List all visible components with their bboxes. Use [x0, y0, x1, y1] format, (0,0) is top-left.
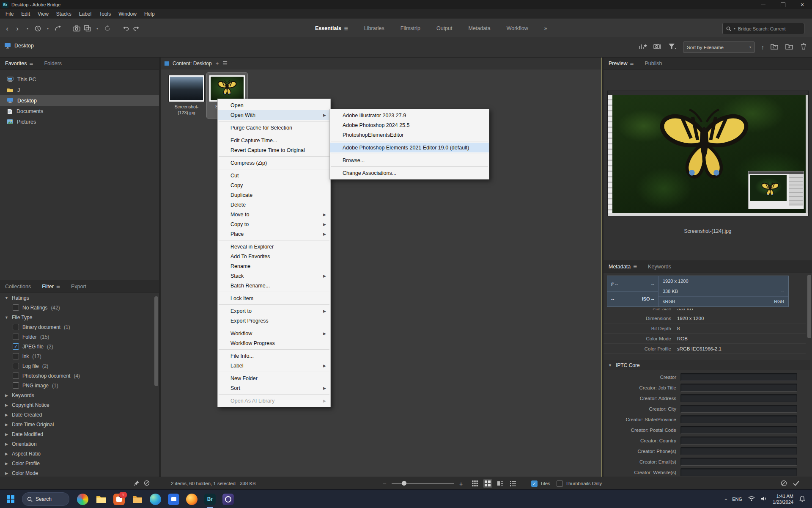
delete-trash-icon[interactable] — [800, 43, 807, 52]
creator-city-input[interactable] — [680, 405, 797, 413]
context-menu-item-duplicate[interactable]: Duplicate — [218, 190, 330, 200]
context-menu-item-lock-item[interactable]: Lock Item — [218, 293, 330, 303]
zoom-out-button[interactable]: − — [383, 480, 387, 487]
grid-view-small-icon[interactable] — [470, 479, 480, 488]
context-menu-item-place[interactable]: Place▶ — [218, 229, 330, 239]
filter-group-color-profile[interactable]: ▶Color Profile — [0, 458, 159, 468]
metadata-scrollbar[interactable] — [807, 275, 811, 338]
filter-group-copyright-notice[interactable]: ▶Copyright Notice — [0, 400, 159, 410]
thumbnails-only-checkbox[interactable] — [557, 480, 563, 487]
undo-icon[interactable] — [122, 23, 130, 34]
checkbox[interactable] — [13, 334, 19, 340]
creator-input[interactable] — [680, 373, 797, 381]
slider-knob[interactable] — [402, 481, 406, 486]
filter-group-aspect-ratio[interactable]: ▶Aspect Ratio — [0, 449, 159, 458]
camera-data-filter-icon[interactable] — [653, 43, 662, 52]
maximize-button[interactable] — [773, 0, 793, 9]
filter-group-file-type[interactable]: ▼ File Type — [0, 312, 159, 322]
filter-option-log-file[interactable]: Log file (2) — [0, 361, 159, 371]
checkbox[interactable] — [13, 373, 19, 379]
filter-group-keywords[interactable]: ▶Keywords — [0, 390, 159, 400]
refresh-icon[interactable] — [104, 23, 111, 34]
favorites-item-j[interactable]: J — [0, 85, 159, 95]
folder-shortcut-icon[interactable] — [132, 494, 143, 505]
detail-view-icon[interactable] — [496, 479, 505, 488]
photoshop-elements-icon[interactable] — [222, 494, 234, 505]
search-dropdown-icon[interactable]: ▾ — [734, 27, 735, 30]
list-view-icon[interactable] — [508, 479, 518, 488]
sort-direction-icon[interactable]: ↑ — [761, 44, 764, 51]
rating-filter-icon[interactable] — [639, 43, 647, 52]
back-button[interactable]: ‹ — [3, 23, 11, 34]
workspace-overflow-icon[interactable]: » — [544, 19, 547, 38]
menu-file[interactable]: File — [2, 9, 17, 19]
open-with-photoshop-elements-2021-default[interactable]: Adobe Photoshop Elements 2021 Editor 19.… — [330, 143, 489, 152]
minimize-button[interactable] — [754, 0, 773, 9]
context-menu-item-sort[interactable]: Sort▶ — [218, 383, 330, 393]
filter-scrollbar[interactable] — [154, 296, 158, 386]
tab-export[interactable]: Export — [71, 284, 86, 290]
sort-select[interactable]: Sort by Filename ▾ — [683, 41, 755, 53]
tab-filter[interactable]: Filter ☰ — [42, 284, 60, 290]
zoom-in-button[interactable]: + — [459, 480, 463, 487]
workspace-options-icon[interactable]: ☰ — [344, 26, 348, 31]
filter-group-date-created[interactable]: ▶Date Created — [0, 410, 159, 420]
language-indicator[interactable]: ENG — [732, 497, 742, 502]
creator-job-title-input[interactable] — [680, 384, 797, 392]
start-button[interactable] — [7, 495, 14, 503]
content-panel-menu-icon[interactable]: ☰ — [222, 60, 228, 66]
filter-option-binary-document[interactable]: Binary document (1) — [0, 322, 159, 332]
edge-browser-icon[interactable] — [150, 494, 161, 505]
creator-state-input[interactable] — [680, 415, 797, 423]
menu-label[interactable]: Label — [75, 9, 95, 19]
filter-group-color-mode[interactable]: ▶Color Mode — [0, 468, 159, 477]
get-photos-camera-icon[interactable] — [73, 23, 81, 34]
context-menu-item-compress-zip[interactable]: Compress (Zip) — [218, 158, 330, 168]
open-with-photoshop-elements-editor[interactable]: PhotoshopElementsEditor — [330, 130, 489, 140]
context-menu-item-batch-rename[interactable]: Batch Rename... — [218, 281, 330, 290]
workspace-tab-metadata[interactable]: Metadata — [469, 19, 491, 38]
context-menu-item-export-to[interactable]: Export to▶ — [218, 306, 330, 316]
wifi-icon[interactable] — [748, 496, 755, 502]
creator-emails-input[interactable] — [680, 458, 797, 466]
tiles-checkbox[interactable]: ✓ — [531, 480, 538, 487]
checkbox[interactable] — [13, 353, 19, 359]
favorites-item-documents[interactable]: Documents — [0, 106, 159, 116]
breadcrumb[interactable]: Desktop — [4, 43, 34, 49]
close-button[interactable]: × — [793, 0, 812, 9]
context-menu-item-copy-to[interactable]: Copy to▶ — [218, 219, 330, 229]
context-menu-item-open[interactable]: Open — [218, 100, 330, 110]
open-with-illustrator[interactable]: Adobe Illustrator 2023 27.9 — [330, 110, 489, 120]
taskbar-search[interactable]: Search — [22, 492, 69, 506]
open-with-change-associations[interactable]: Change Associations... — [330, 168, 489, 178]
new-folder-icon[interactable] — [785, 43, 794, 52]
context-menu-item-new-folder[interactable]: New Folder — [218, 373, 330, 383]
history-dropdown-icon[interactable]: ▾ — [44, 23, 52, 34]
context-menu-item-add-to-favorites[interactable]: Add To Favorites — [218, 251, 330, 261]
context-menu-item-copy[interactable]: Copy — [218, 180, 330, 190]
open-with-browse[interactable]: Browse... — [330, 155, 489, 165]
creator-address-input[interactable] — [680, 394, 797, 402]
context-menu-item-workflow-progress[interactable]: Workflow Progress — [218, 338, 330, 348]
filter-panel-menu-icon[interactable]: ☰ — [56, 284, 60, 289]
context-menu-item-edit-capture-time[interactable]: Edit Capture Time... — [218, 135, 330, 145]
history-icon[interactable] — [34, 23, 41, 34]
favorites-item-this-pc[interactable]: This PC — [0, 74, 159, 85]
filter-group-date-modified[interactable]: ▶Date Modified — [0, 429, 159, 439]
checkbox[interactable] — [13, 363, 19, 369]
context-menu-item-open-with[interactable]: Open With▶ — [218, 110, 330, 120]
favorites-item-desktop[interactable]: Desktop — [0, 95, 159, 106]
widgets-icon[interactable] — [77, 494, 88, 505]
thumbnail-size-slider[interactable] — [392, 483, 454, 484]
checkbox[interactable] — [13, 382, 19, 389]
context-menu-item-label[interactable]: Label▶ — [218, 361, 330, 370]
notification-app-icon[interactable]: 1 — [113, 494, 125, 505]
firefox-icon[interactable] — [186, 494, 198, 505]
filter-option-lnk[interactable]: lnk (17) — [0, 351, 159, 361]
context-menu-item-stack[interactable]: Stack▶ — [218, 271, 330, 281]
tab-preview[interactable]: Preview ☰ — [609, 61, 634, 66]
context-menu-item-delete[interactable]: Delete — [218, 200, 330, 210]
favorites-item-pictures[interactable]: Pictures — [0, 116, 159, 127]
creator-postal-code-input[interactable] — [680, 426, 797, 434]
context-menu-item-purge-cache[interactable]: Purge Cache for Selection — [218, 123, 330, 133]
